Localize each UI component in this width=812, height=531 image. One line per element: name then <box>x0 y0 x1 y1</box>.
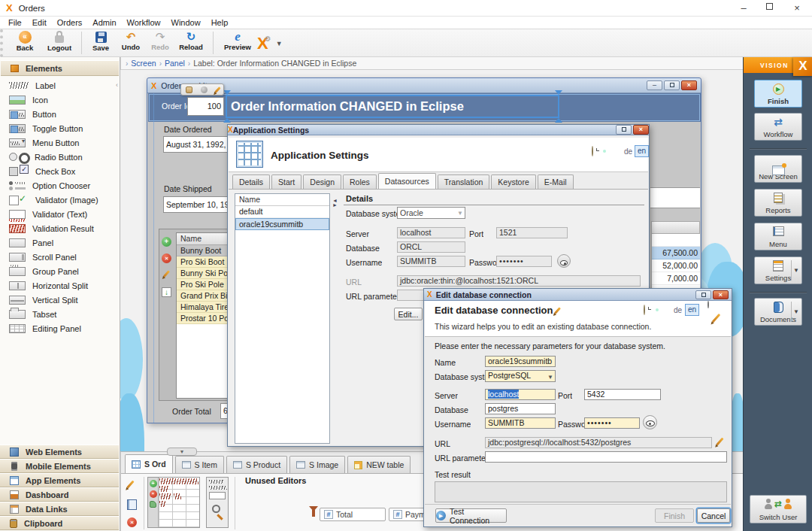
delete-icon[interactable]: × <box>150 490 157 498</box>
element-item-icon[interactable]: Icon <box>0 93 119 107</box>
username-input[interactable]: SUMMITB <box>485 417 556 429</box>
url-input[interactable]: jdbc:postgresql://localhost:5432/postgre… <box>485 437 712 448</box>
username-input[interactable]: SUMMITB <box>397 256 465 267</box>
workflow-button[interactable]: ⇄ Workflow <box>754 113 802 141</box>
element-item-validation-result[interactable]: Validation Result <box>0 221 119 235</box>
search-editor-widget[interactable] <box>206 477 229 528</box>
documents-button[interactable]: Documents ▼ <box>754 298 802 326</box>
element-item-check-box[interactable]: Check Box <box>0 164 119 178</box>
notebook-icon[interactable] <box>127 499 137 510</box>
menu-window[interactable]: Window <box>166 18 206 27</box>
logout-button[interactable]: Logout <box>42 31 77 52</box>
delete-row-icon[interactable]: × <box>162 253 171 263</box>
edit-url-pencil-icon[interactable] <box>716 438 723 446</box>
date-shipped-input[interactable]: September 10, 1992 <box>163 196 228 213</box>
element-item-scroll-panel[interactable]: Scroll Panel <box>0 250 119 264</box>
selection-handle[interactable] <box>555 118 562 123</box>
database-system-select[interactable]: Oracle ▼ <box>397 207 465 219</box>
history-icon[interactable] <box>644 305 645 315</box>
section-mobile-elements[interactable]: Mobile Elements <box>0 459 119 473</box>
show-password-button[interactable] <box>643 415 657 429</box>
menu-workflow[interactable]: Workflow <box>122 18 166 27</box>
add-icon[interactable]: + <box>150 480 157 487</box>
tab-start[interactable]: Start <box>271 174 301 189</box>
visionx-logo[interactable]: X <box>793 57 812 76</box>
tab-keystore[interactable]: Keystore <box>491 174 535 189</box>
edit-pencil-icon[interactable] <box>215 86 221 93</box>
maximize-icon[interactable] <box>756 2 782 14</box>
finish-button[interactable]: Finish <box>655 508 694 523</box>
selection-handle[interactable] <box>555 90 562 95</box>
table-cell[interactable] <box>652 234 700 247</box>
close-icon[interactable]: × <box>713 290 729 299</box>
remove-icon[interactable]: × <box>127 517 137 527</box>
close-icon[interactable]: × <box>633 125 649 135</box>
tab-s-product[interactable]: S Product <box>226 456 287 473</box>
preview-button[interactable]: e Preview <box>220 31 256 51</box>
panel-collapse-button[interactable]: ▼ <box>167 448 197 456</box>
order-id-input[interactable]: 100 <box>187 97 224 116</box>
order-heading-label[interactable]: Order Information CHANGED in Eclipse <box>226 95 559 118</box>
element-item-validator-text[interactable]: Validator (Text) <box>0 207 119 221</box>
password-input[interactable]: ••••••• <box>584 417 640 429</box>
tab-datasources[interactable]: Datasources <box>378 173 436 189</box>
list-item-selected[interactable]: oracle19csummitb <box>235 218 329 230</box>
minimize-icon[interactable]: – <box>647 80 662 90</box>
database-input[interactable]: postgres <box>485 403 556 414</box>
reports-button[interactable]: Reports <box>754 189 802 217</box>
element-item-label[interactable]: Label <box>0 78 119 93</box>
url-input[interactable]: jdbc:oracle:thin:@localhost:1521:ORCL <box>397 275 641 287</box>
element-item-validator-image[interactable]: Validator (Image) <box>0 193 119 207</box>
history-icon[interactable] <box>592 146 593 156</box>
lang-en-button[interactable]: en <box>635 145 649 157</box>
menu-button[interactable]: Menu <box>754 223 802 250</box>
element-item-option-chooser[interactable]: Option Chooser <box>0 178 119 193</box>
element-item-panel[interactable]: Panel <box>0 235 119 250</box>
tab-details[interactable]: Details <box>232 174 270 189</box>
section-app-elements[interactable]: App Elements <box>0 473 119 487</box>
port-input[interactable]: 5432 <box>584 389 661 400</box>
table-editor-widget[interactable]: + × <box>147 477 200 528</box>
tab-s-item[interactable]: S Item <box>175 456 224 473</box>
tab-translation[interactable]: Translation <box>438 174 490 189</box>
maximize-icon[interactable] <box>616 125 632 135</box>
add-row-icon[interactable]: + <box>162 237 171 247</box>
lang-en-button[interactable]: en <box>685 304 699 316</box>
disable-icon[interactable] <box>201 86 208 93</box>
dropdown-arrow-icon[interactable]: ▼ <box>793 308 799 315</box>
element-item-radio-button[interactable]: Radio Button <box>0 150 119 164</box>
tab-s-ord[interactable]: S Ord <box>125 454 173 473</box>
section-clipboard[interactable]: Clipboard <box>0 516 119 530</box>
tab-roles[interactable]: Roles <box>343 174 377 189</box>
element-item-button[interactable]: Button <box>0 107 119 121</box>
element-item-menu-button[interactable]: Menu Button <box>0 135 119 150</box>
server-input[interactable]: localhost <box>397 227 465 238</box>
section-data-links[interactable]: Data Links <box>0 502 119 516</box>
tab-email[interactable]: E-Mail <box>538 174 574 189</box>
list-item[interactable]: default <box>235 206 329 218</box>
edit-datasource-button[interactable]: Edit... <box>394 308 423 320</box>
menu-file[interactable]: File <box>3 18 27 27</box>
elements-panel-header[interactable]: Elements <box>1 60 119 76</box>
edit-pencil-icon[interactable] <box>129 480 137 490</box>
date-ordered-input[interactable]: August 31, 1992, 12 <box>163 136 228 153</box>
element-item-vertical-split[interactable]: Vertical Split <box>0 293 119 307</box>
back-button[interactable]: « Back <box>9 31 41 52</box>
edit-db-titlebar[interactable]: X Edit database connection × <box>424 289 732 301</box>
element-item-tabset[interactable]: Tabset <box>0 307 119 321</box>
lang-de-button[interactable]: de <box>624 147 632 156</box>
password-input[interactable]: ••••••• <box>496 256 552 267</box>
finish-button[interactable]: ▶ Finish <box>754 80 802 108</box>
filter-funnel-icon[interactable] <box>309 506 318 520</box>
dropdown-arrow-icon[interactable]: ▼ <box>793 267 799 274</box>
editor-chip-total[interactable]: # Total <box>320 508 386 521</box>
splitter-handle[interactable]: ◄► <box>332 199 338 208</box>
element-item-horizontal-split[interactable]: Horizontal Split <box>0 278 119 293</box>
menu-edit[interactable]: Edit <box>27 18 52 27</box>
edit-row-icon[interactable] <box>165 270 174 279</box>
table-cell[interactable]: 52,000.00 <box>652 259 700 272</box>
menu-orders[interactable]: Orders <box>52 18 88 27</box>
settings-button[interactable]: Settings ▼ <box>754 256 802 284</box>
database-system-select[interactable]: PostgreSQL ▼ <box>485 370 556 382</box>
cancel-button[interactable]: Cancel <box>697 508 730 523</box>
